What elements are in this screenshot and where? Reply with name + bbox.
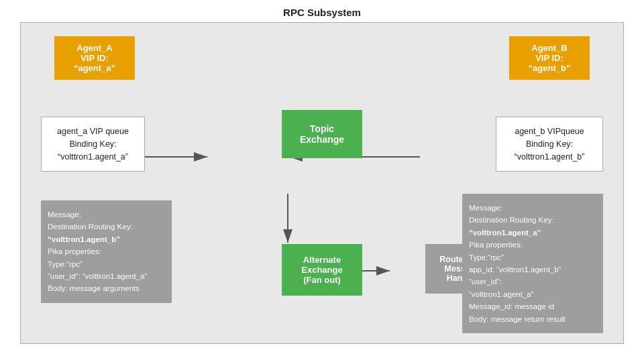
- msg-right-line7: “user_id”:: [469, 276, 596, 288]
- alt-exchange-line3: (Fan out): [287, 275, 357, 285]
- agent-a-line2: VIP ID:: [60, 53, 129, 63]
- msg-right-line4: Pika properties:: [469, 239, 596, 251]
- queue-b-line3: “volttron1.agent_b”: [502, 151, 597, 164]
- msg-right-line10: Body: message return result: [469, 313, 596, 325]
- msg-right-line5: Type:“rpc”: [469, 251, 596, 263]
- msg-right-line8: “volttron1.agent_a”: [469, 288, 596, 300]
- msg-left-line6: “user_id”: “volttron1.agent_a”: [48, 270, 165, 282]
- agent-a-line3: “agent_a”: [60, 63, 129, 73]
- msg-left-line1: Message:: [48, 208, 165, 221]
- msg-right-line2: Destination Routing Key:: [469, 214, 596, 226]
- topic-exchange-line1: Topic: [287, 123, 357, 134]
- msg-left-line4: Pika properties:: [48, 245, 165, 257]
- alt-exchange-line1: Alternate: [287, 255, 357, 265]
- agent-b-line2: VIP ID:: [515, 53, 584, 63]
- alt-exchange-box: Alternate Exchange (Fan out): [282, 244, 362, 296]
- queue-b-line2: Binding Key:: [502, 138, 597, 151]
- agent-b-box: Agent_B VIP ID: “agent_b”: [509, 36, 590, 80]
- agent-a-box: Agent_A VIP ID: “agent_a”: [54, 36, 135, 80]
- queue-a-line2: Binding Key:: [47, 138, 139, 151]
- agent-a-line1: Agent_A: [60, 43, 129, 53]
- page-title: RPC Subsystem: [0, 0, 644, 22]
- queue-a-box: agent_a VIP queue Binding Key: “volttron…: [41, 117, 145, 172]
- msg-right-line9: Message_id: message id: [469, 300, 596, 312]
- topic-exchange-box: Topic Exchange: [282, 110, 362, 158]
- topic-exchange-line2: Exchange: [287, 134, 357, 145]
- msg-right-line1: Message:: [469, 202, 596, 214]
- msg-left-line7: Body: message arguments: [48, 282, 165, 294]
- msg-left-line2: Destination Routing Key:: [48, 221, 165, 233]
- alt-exchange-line2: Exchange: [287, 265, 357, 275]
- agent-b-line3: “agent_b”: [515, 63, 584, 73]
- msg-left-line5: Type:“rpc”: [48, 258, 165, 270]
- queue-a-line3: “volttron1.agent_a”: [47, 151, 139, 164]
- queue-a-line1: agent_a VIP queue: [47, 125, 139, 138]
- msg-right-line6: app_id: “volttron1.agent_b”: [469, 263, 596, 276]
- agent-b-line1: Agent_B: [515, 43, 584, 53]
- msg-right-line3: “volttron1.agent_a”: [469, 227, 596, 239]
- diagram-container: Agent_A VIP ID: “agent_a” Agent_B VIP ID…: [20, 22, 624, 344]
- msg-left-line3: “volttron1.agent_b”: [48, 233, 165, 245]
- queue-b-line1: agent_b VIPqueue: [502, 125, 597, 138]
- message-right-box: Message: Destination Routing Key: “voltt…: [462, 194, 603, 333]
- queue-b-box: agent_b VIPqueue Binding Key: “volttron1…: [496, 117, 603, 172]
- message-left-box: Message: Destination Routing Key: “voltt…: [41, 200, 172, 303]
